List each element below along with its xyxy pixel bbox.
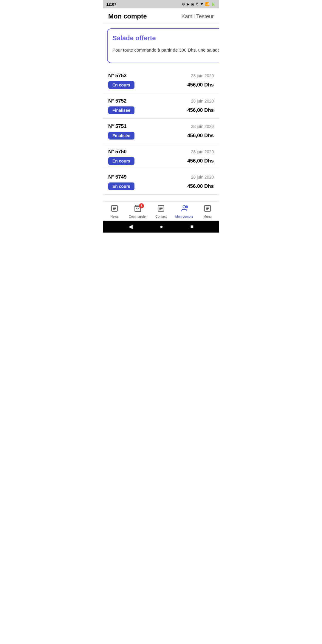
order-date-2: 28 juin 2020 [191,124,214,129]
contact-label: Contact [155,215,167,218]
order-date-1: 28 juin 2020 [191,99,214,103]
order-status-1: Finalisée [108,106,134,114]
wifi-icon: ▼ [200,2,204,6]
menu-label: Menu [203,215,212,218]
order-row-4[interactable]: N° 5749 28 juin 2020 En cours 456.00 Dhs [103,169,219,195]
nav-item-contact[interactable]: Contact [149,203,173,219]
promo-cards-scroll: Salade offerte Pour toute commande à par… [103,24,219,68]
order-status-4: En cours [108,182,134,190]
svg-point-9 [183,205,186,208]
order-number-4: N° 5749 [108,174,127,180]
orders-list: N° 5753 28 juin 2020 En cours 456,00 Dhs… [103,68,219,202]
order-number-0: N° 5753 [108,73,127,79]
promo-card-1[interactable]: Salade offerte Pour toute commande à par… [107,28,219,63]
android-nav-bar: ◀ ● ■ [103,221,219,233]
order-date-3: 28 juin 2020 [191,149,214,154]
order-row-2[interactable]: N° 5751 28 juin 2020 Finalisée 456,00 Dh… [103,119,219,144]
status-icons: ⚙ ▶ ▣ ⊘ ▼ 📶 🔋 [182,2,216,6]
promo-card-1-title: Salade offerte [112,34,219,42]
back-button[interactable]: ◀ [129,223,133,230]
status-bar: 12:07 ⚙ ▶ ▣ ⊘ ▼ 📶 🔋 [103,0,219,8]
user-name: Kamil Testeur [181,13,214,20]
commander-badge: 5 [139,203,144,208]
status-time: 12:07 [106,2,116,7]
order-amount-0: 456,00 Dhs [187,82,214,88]
order-date-4: 28 juin 2020 [191,175,214,179]
order-row-3[interactable]: N° 5750 28 juin 2020 En cours 456,00 Dhs [103,144,219,169]
header: Mon compte Kamil Testeur [103,8,219,24]
nav-item-menu[interactable]: Menu [196,203,219,219]
order-number-2: N° 5751 [108,123,127,129]
order-amount-3: 456,00 Dhs [187,158,214,164]
order-amount-1: 456,00 Dhs [187,107,214,113]
moncompte-icon [180,205,188,214]
order-number-1: N° 5752 [108,98,127,104]
order-number-3: N° 5750 [108,149,127,155]
order-amount-2: 456,00 Dhs [187,133,214,139]
order-amount-4: 456.00 Dhs [187,183,214,189]
moncompte-label: Mon compte [175,215,193,218]
page-title: Mon compte [108,13,147,20]
news-icon [111,205,118,214]
nav-item-moncompte[interactable]: Mon compte [173,203,196,219]
battery-icon: 🔋 [211,2,216,6]
nav-item-news[interactable]: News [103,203,126,219]
order-status-3: En cours [108,157,134,165]
order-status-2: Finalisée [108,132,134,140]
nav-item-commander[interactable]: 5Commander [126,203,149,219]
home-button[interactable]: ● [160,224,163,230]
order-status-0: En cours [108,81,134,89]
block-icon: ⊘ [196,2,199,6]
commander-label: Commander [129,215,147,218]
signal-icon: 📶 [205,2,210,6]
sim-icon: ▣ [191,2,194,6]
order-row-1[interactable]: N° 5752 28 juin 2020 Finalisée 456,00 Dh… [103,93,219,119]
order-row-0[interactable]: N° 5753 28 juin 2020 En cours 456,00 Dhs [103,68,219,93]
play-icon: ▶ [187,2,189,6]
recents-button[interactable]: ■ [190,224,193,230]
contact-icon [157,205,165,214]
news-label: News [110,215,119,218]
bottom-nav: News5CommanderContactMon compteMenu [103,201,219,221]
settings-icon: ⚙ [182,2,185,6]
order-date-0: 28 juin 2020 [191,73,214,78]
menu-icon [204,205,211,214]
commander-icon: 5 [134,205,142,214]
promo-card-1-body: Pour toute commande à partir de 300 Dhs,… [112,47,219,54]
